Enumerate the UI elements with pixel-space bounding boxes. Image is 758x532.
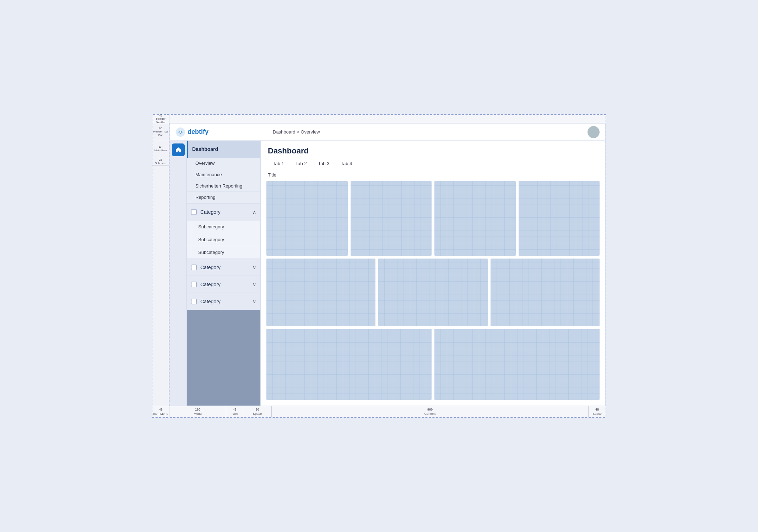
nav-category-2[interactable]: Category ∨ xyxy=(187,259,260,276)
grid-row-2 xyxy=(266,259,600,326)
grid-cell-1-3 xyxy=(434,181,516,256)
avatar[interactable] xyxy=(588,126,600,138)
grid-cell-2-1 xyxy=(266,259,375,326)
nav-category-3[interactable]: Category ∨ xyxy=(187,276,260,293)
left-ruler: 48 Header Top Bar 48 Main Item 24 Sub It… xyxy=(152,123,169,406)
nav-lower-area xyxy=(187,310,260,406)
nav-subcategory-1-1[interactable]: Subcategory xyxy=(187,220,260,233)
ruler-left-spacer: 48 Header Top Bar xyxy=(152,115,169,123)
svg-point-1 xyxy=(179,131,182,133)
ruler-top: 48 Header Top Bar xyxy=(152,115,606,123)
nav-subcategory-1-3[interactable]: Subcategory xyxy=(187,246,260,259)
chevron-up-icon: ∧ xyxy=(253,209,256,215)
category-3-checkbox[interactable] xyxy=(191,282,197,287)
nav-subcategory-1-2[interactable]: Subcategory xyxy=(187,233,260,246)
chevron-down-icon-4: ∨ xyxy=(253,299,256,304)
icon-sidebar xyxy=(170,141,187,406)
chevron-down-icon-3: ∨ xyxy=(253,282,256,287)
ruler-header-item: 48 Header Top Bar xyxy=(152,123,169,140)
ruler-bottom-space-left: 80 Space xyxy=(243,406,272,417)
logo-area: debtify xyxy=(175,127,209,137)
ruler-bottom-content: 960 Content xyxy=(272,406,589,417)
grid-cell-3-2 xyxy=(434,329,600,400)
tabs-row: Tab 1 Tab 2 Tab 3 Tab 4 xyxy=(268,159,598,169)
category-4-checkbox[interactable] xyxy=(191,299,197,304)
grid-cell-1-4 xyxy=(519,181,600,256)
body-layout: Dashboard Overview Maintenance Sicherhei… xyxy=(170,141,605,406)
grid-cell-1-2 xyxy=(351,181,432,256)
grid-cell-2-2 xyxy=(378,259,487,326)
page-title: Dashboard xyxy=(268,146,598,156)
ruler-bottom-icon-menu: 48 Icon Menu xyxy=(152,406,169,417)
tab-4[interactable]: Tab 4 xyxy=(336,159,357,169)
outer-frame: 48 Header Top Bar 48 Header Top Bar 48 M… xyxy=(152,114,606,418)
nav-sub-item-sicherheiten[interactable]: Sicherheiten Reporting xyxy=(187,180,260,192)
ruler-bottom: 48 Icon Menu 160 Menu 48 Icon 80 Space 9… xyxy=(152,406,606,417)
icon-home[interactable] xyxy=(172,143,185,156)
nav-category-1[interactable]: Category ∧ xyxy=(187,203,260,220)
ruler-bottom-space-right: 48 Space xyxy=(589,406,606,417)
ruler-sub-item: 24 Sub Item xyxy=(152,157,169,166)
nav-sub-item-maintenance[interactable]: Maintenance xyxy=(187,169,260,180)
grid-row-1 xyxy=(266,181,600,256)
category-1-checkbox[interactable] xyxy=(191,209,197,215)
chevron-down-icon-2: ∨ xyxy=(253,265,256,270)
app-wrapper: 48 Header Top Bar 48 Main Item 24 Sub It… xyxy=(152,123,606,406)
app-container: debtify Dashboard > Overview xyxy=(169,123,606,406)
nav-sub-item-overview[interactable]: Overview xyxy=(187,158,260,169)
nav-sub-item-reporting[interactable]: Reporting xyxy=(187,192,260,203)
grid-content xyxy=(261,180,605,406)
grid-cell-1-1 xyxy=(266,181,348,256)
tab-3[interactable]: Tab 3 xyxy=(313,159,335,169)
header-bar: debtify Dashboard > Overview xyxy=(170,124,605,141)
section-title: Title xyxy=(268,170,598,180)
tab-1[interactable]: Tab 1 xyxy=(268,159,289,169)
grid-row-3 xyxy=(266,329,600,400)
content-header: Dashboard Tab 1 Tab 2 Tab 3 xyxy=(261,141,605,180)
logo-text: debtify xyxy=(188,128,209,136)
logo-icon xyxy=(175,127,185,137)
content-area: Dashboard Tab 1 Tab 2 Tab 3 xyxy=(261,141,605,406)
ruler-main-item: 48 Main Item xyxy=(152,140,169,157)
category-2-checkbox[interactable] xyxy=(191,265,197,270)
breadcrumb: Dashboard > Overview xyxy=(273,129,320,135)
tab-2[interactable]: Tab 2 xyxy=(291,159,312,169)
grid-cell-2-3 xyxy=(491,259,600,326)
ruler-top-content xyxy=(169,115,606,123)
ruler-bottom-icon: 48 Icon xyxy=(226,406,243,417)
ruler-bottom-menu: 160 Menu xyxy=(169,406,226,417)
nav-menu: Dashboard Overview Maintenance Sicherhei… xyxy=(187,141,261,406)
nav-item-dashboard[interactable]: Dashboard xyxy=(187,141,260,158)
nav-category-4[interactable]: Category ∨ xyxy=(187,293,260,310)
grid-cell-3-1 xyxy=(266,329,432,400)
